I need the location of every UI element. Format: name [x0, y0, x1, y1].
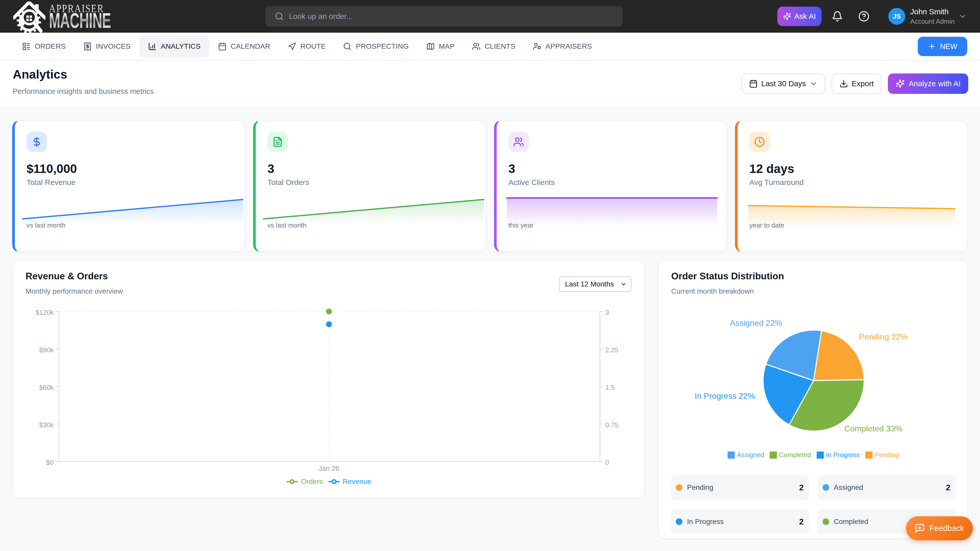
- svg-text:$60k: $60k: [39, 384, 54, 391]
- svg-text:3: 3: [605, 309, 609, 316]
- svg-text:$90k: $90k: [39, 346, 54, 354]
- svg-text:Jan 26: Jan 26: [318, 465, 339, 472]
- svg-text:2.25: 2.25: [605, 346, 618, 354]
- svg-text:$30k: $30k: [39, 421, 54, 429]
- svg-text:$120k: $120k: [35, 309, 54, 316]
- svg-text:$0: $0: [46, 459, 54, 466]
- svg-text:0: 0: [605, 459, 609, 466]
- svg-text:0.75: 0.75: [605, 421, 618, 429]
- svg-text:1.5: 1.5: [605, 384, 614, 391]
